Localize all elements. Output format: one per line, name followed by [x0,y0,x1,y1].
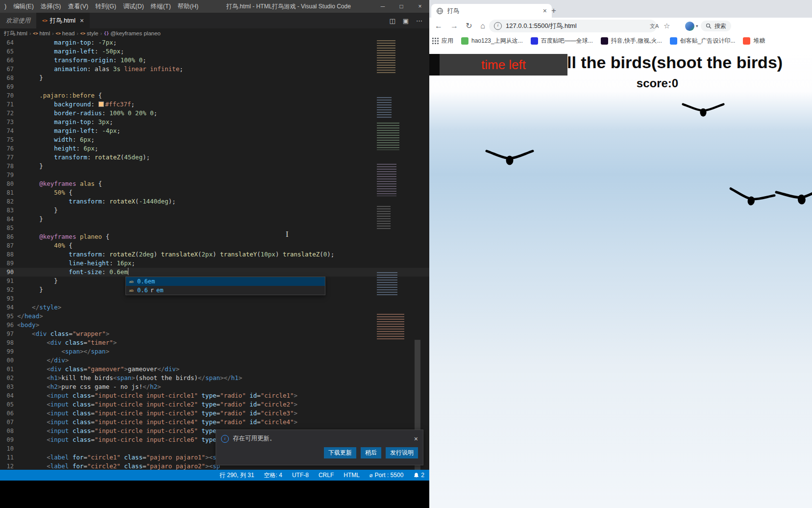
code-line[interactable]: 67 animation: alas 3s linear infinite; [0,65,429,74]
bookmark-star-icon[interactable]: ☆ [664,18,670,34]
status-item[interactable]: UTF-8 [292,472,309,479]
minimap[interactable] [375,38,414,342]
code-line[interactable]: 85 [0,224,429,232]
notifications-bell[interactable]: 2 [413,472,424,479]
code-line[interactable]: 86 @keyframes planeo { [0,232,429,241]
avatar-dropdown-icon[interactable]: ▾ [696,18,698,34]
address-bar[interactable]: i 127.0.0.1:5500/打鸟.html [489,20,657,32]
code-line[interactable]: 99 <span></span> [0,347,429,356]
menu-item[interactable]: 帮助(H) [174,0,202,13]
code-line[interactable]: 78 } [0,162,429,171]
maximize-button[interactable]: □ [392,0,411,13]
code-line[interactable]: 77 transform: rotateZ(45deg); [0,153,429,162]
menu-item[interactable]: 转到(G) [92,0,120,13]
breadcrumb-item[interactable]: {}@keyframes planeo [104,30,161,36]
code-line[interactable]: 06 <input class="input-circle input-circ… [0,409,429,418]
code-line[interactable]: 81 50% { [0,188,429,197]
notification-button[interactable]: 稍后 [361,447,381,458]
menu-item[interactable]: 终端(T) [148,0,174,13]
code-line[interactable]: 76 height: 6px; [0,144,429,153]
bird[interactable] [774,181,812,210]
apps-shortcut[interactable]: 应用 [432,37,453,45]
layout-icon[interactable]: ▣ [403,17,409,25]
code-line[interactable]: 89 line-height: 16px; [0,259,429,268]
code-line[interactable]: 94 </style> [0,303,429,312]
status-item[interactable]: CRLF [319,472,334,479]
forward-button[interactable]: → [448,18,461,34]
menu-item[interactable]: 调试(D) [120,0,147,13]
close-tab-icon[interactable]: × [543,7,547,15]
refresh-button[interactable]: ↻ [463,18,475,34]
code-line[interactable]: 05 <input class="input-circle input-circ… [0,400,429,409]
code-line[interactable]: 73 margin-top: 3px; [0,118,429,127]
code-line[interactable]: 01 <div class="gameover">gameover</div> [0,365,429,374]
close-button[interactable]: × [411,0,429,13]
code-line[interactable]: 95</head> [0,312,429,321]
back-button[interactable]: ← [432,18,445,34]
code-line[interactable]: 68 } [0,74,429,82]
close-tab-icon[interactable]: × [80,17,84,25]
code-line[interactable]: 83 } [0,206,429,215]
code-line[interactable]: 88 transform: rotateZ(2deg) translateX(2… [0,250,429,259]
tab-welcome[interactable]: 欢迎使用 [0,13,36,28]
menu-item[interactable]: 查看(V) [65,0,92,13]
minimize-button[interactable]: ─ [373,0,392,13]
search-widget[interactable]: 搜索 [701,21,731,31]
breadcrumb-item[interactable]: <>style [80,30,98,36]
bird[interactable] [682,99,725,119]
more-actions-icon[interactable]: ⋯ [416,17,422,25]
code-line[interactable]: 74 margin-left: -4px; [0,127,429,135]
code-line[interactable]: 84 } [0,215,429,224]
home-button[interactable]: ⌂ [476,18,489,34]
code-line[interactable]: 70 .pajaro::before { [0,91,429,100]
menu-item[interactable]: 编辑(E) [10,0,37,13]
profile-avatar[interactable] [685,22,694,31]
bookmark-item[interactable]: 百度贴吧——全球... [531,37,593,45]
breadcrumb-item[interactable]: <>head [56,30,75,36]
bookmark-item[interactable]: hao123_上网从这... [461,37,523,45]
code-line[interactable]: 87 40% { [0,241,429,250]
notification-close-icon[interactable]: × [414,435,418,443]
split-editor-icon[interactable]: ◫ [389,17,395,25]
menu-item[interactable]: 选择(S) [37,0,65,13]
site-info-icon[interactable]: i [494,22,502,30]
code-line[interactable]: 79 [0,171,429,179]
status-item[interactable]: 空格: 4 [264,471,282,480]
code-line[interactable]: 69 [0,82,429,91]
code-line[interactable]: 71 background: #ffc37f; [0,100,429,109]
notification-button[interactable]: 发行说明 [386,447,418,458]
bird[interactable] [485,145,534,168]
code-line[interactable]: 98 <div class="timer"> [0,338,429,347]
menu-item[interactable]: ) [1,0,10,13]
status-item[interactable]: ⌀Port : 5500 [369,472,403,479]
notification-button[interactable]: 下载更新 [324,447,356,458]
code-line[interactable]: 07 <input class="input-circle input-circ… [0,418,429,427]
code-line[interactable]: 00 </div> [0,356,429,365]
code-line[interactable]: 65 margin-left: -50px; [0,47,429,56]
bookmark-item[interactable]: 抖音,快手,微视,火... [601,37,662,45]
autocomplete-item[interactable]: ab0.6rem [126,286,325,295]
new-tab-button[interactable]: + [548,5,560,17]
code-line[interactable]: 72 border-radius: 100% 0 20% 0; [0,109,429,118]
code-line[interactable]: 03 <h2>pure css game - no js!</h2> [0,382,429,391]
status-item[interactable]: 行 290, 列 31 [220,471,254,480]
browser-tab[interactable]: 打鸟 × [431,4,552,18]
tab-file[interactable]: <> 打鸟.html × [36,13,90,28]
code-line[interactable]: 90 font-size: 0.6em [0,268,429,277]
code-line[interactable]: 64 margin-top: -7px; [0,38,429,47]
code-line[interactable]: 93 [0,294,429,303]
code-line[interactable]: 02 <h1>kill the birds<span>(shoot the bi… [0,374,429,382]
code-line[interactable]: 82 transform: rotateX(-1440deg); [0,197,429,206]
status-item[interactable]: HTML [344,472,360,479]
bird[interactable] [727,183,777,212]
breadcrumb-item[interactable]: 打鸟.html [4,30,27,37]
code-line[interactable]: 75 width: 6px; [0,135,429,144]
translate-icon[interactable]: 文A [650,18,659,34]
code-line[interactable]: 80 @keyframes alas { [0,179,429,188]
code-editor[interactable]: 64 margin-top: -7px;65 margin-left: -50p… [0,38,429,470]
bookmark-item[interactable]: 创客贴_广告设计印... [670,37,736,45]
bookmark-item[interactable]: 堆糖 [743,37,765,45]
code-line[interactable]: 97 <div class="wrapper"> [0,330,429,338]
breadcrumb-item[interactable]: <>html [33,30,50,36]
code-line[interactable]: 96<body> [0,321,429,330]
